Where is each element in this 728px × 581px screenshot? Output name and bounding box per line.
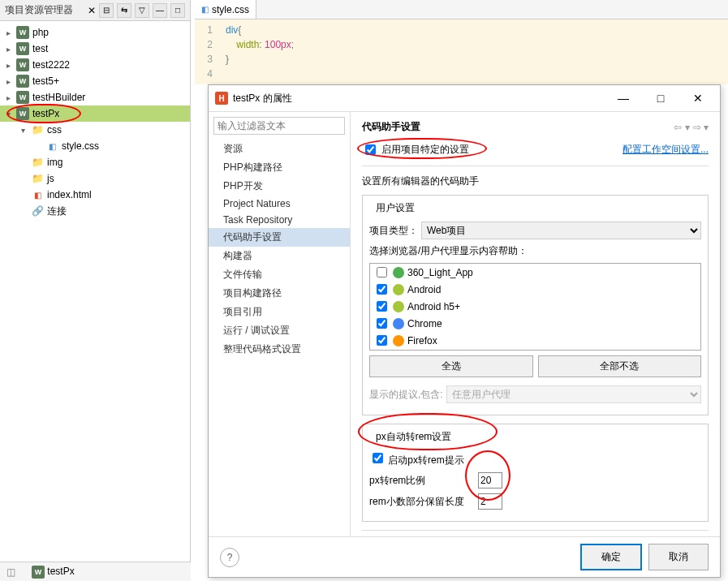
sidebar-item-codeassist[interactable]: 代码助手设置 — [209, 228, 350, 247]
config-workspace-link[interactable]: 配置工作空间设置... — [622, 143, 709, 157]
tree-item-indexhtml[interactable]: ◧index.html — [0, 187, 190, 203]
link-editor-icon[interactable]: ⇆ — [117, 3, 131, 18]
sidebar-item-phpbuild[interactable]: PHP构建路径 — [209, 158, 350, 177]
dialog-sidebar: 资源 PHP构建路径 PHP开发 Project Natures Task Re… — [209, 112, 351, 536]
browser-item[interactable]: Internet Explorer — [370, 349, 700, 351]
status-square-icon[interactable]: ◫ — [6, 566, 15, 578]
tree-item-testhbuilder[interactable]: ▸WtestHBuilder — [0, 89, 190, 105]
dialog-footer: ? 确定 取消 — [209, 536, 720, 577]
editor-tabs: ◧ style.css — [195, 0, 728, 19]
project-type-select[interactable]: Web项目 — [421, 222, 701, 239]
cancel-button[interactable]: 取消 — [648, 544, 709, 570]
sidebar-item-builder[interactable]: 构建器 — [209, 247, 350, 265]
browser-item[interactable]: Chrome — [370, 315, 700, 332]
set-all-editors-label: 设置所有编辑器的代码助手 — [362, 174, 709, 188]
tree-item-test2222[interactable]: ▸Wtest2222 — [0, 57, 190, 73]
ok-button[interactable]: 确定 — [580, 544, 642, 570]
dialog-titlebar[interactable]: H testPx 的属性 — □ ✕ — [209, 85, 720, 111]
tree-item-test[interactable]: ▸Wtest — [0, 41, 190, 57]
select-all-button[interactable]: 全选 — [369, 355, 533, 377]
tab-close-icon[interactable]: ✕ — [84, 5, 99, 16]
sidebar-item-natures[interactable]: Project Natures — [209, 196, 350, 212]
nav-forward-icon[interactable]: ⇨ ▾ — [693, 122, 709, 133]
status-bar: ◫ W testPx — [0, 562, 191, 581]
sidebar-item-rundebug[interactable]: 运行 / 调试设置 — [209, 321, 350, 340]
enable-project-checkbox[interactable]: 启用项目特定的设置 — [362, 142, 622, 157]
dialog-title: testPx 的属性 — [233, 92, 605, 105]
nav-back-icon[interactable]: ⇦ ▾ — [674, 122, 689, 133]
tree-item-img[interactable]: 📁img — [0, 154, 190, 170]
select-none-button[interactable]: 全部不选 — [538, 355, 702, 377]
tree-item-stylecss[interactable]: ◧style.css — [0, 138, 190, 154]
browser-item[interactable]: Android — [370, 281, 700, 298]
dialog-main: 代码助手设置 ⇦ ▾ ⇨ ▾ 启用项目特定的设置 配置工作空间设置... 设置所… — [351, 112, 720, 536]
user-settings-group: 用户设置 项目类型： Web项目 选择浏览器/用户代理显示内容帮助： 360_L… — [362, 195, 709, 415]
browser-item[interactable]: Firefox — [370, 332, 700, 349]
sidebar-item-phpdev[interactable]: PHP开发 — [209, 177, 350, 196]
tree-item-test5[interactable]: ▸Wtest5+ — [0, 73, 190, 89]
tree-item-link[interactable]: 🔗连接 — [0, 203, 190, 219]
browser-help-label: 选择浏览器/用户代理显示内容帮助： — [369, 244, 528, 258]
project-tree: ▸Wphp ▸Wtest ▸Wtest2222 ▸Wtest5+ ▸WtestH… — [0, 21, 190, 222]
css-file-icon: ◧ — [201, 5, 209, 14]
sidebar-list: 资源 PHP构建路径 PHP开发 Project Natures Task Re… — [209, 140, 350, 536]
project-explorer: 项目资源管理器 ✕ ⊟ ⇆ ▽ — □ ▸Wphp ▸Wtest ▸Wtest2… — [0, 0, 191, 581]
app-icon: H — [215, 92, 228, 105]
sidebar-item-filetransfer[interactable]: 文件传输 — [209, 265, 350, 284]
help-icon[interactable]: ? — [220, 548, 239, 567]
explorer-toolbar: ⊟ ⇆ ▽ — □ — [99, 3, 185, 18]
view-menu-icon[interactable]: ▽ — [135, 3, 149, 18]
rem-section-title: px自动转rem设置 — [373, 430, 454, 444]
editor-tab-stylecss[interactable]: ◧ style.css — [195, 0, 256, 19]
main-title: 代码助手设置 — [362, 120, 674, 134]
explorer-title: 项目资源管理器 — [5, 3, 84, 17]
tree-item-testpx[interactable]: ▾WtestPx — [0, 105, 190, 122]
nav-arrows: ⇦ ▾ ⇨ ▾ — [674, 122, 709, 133]
sidebar-item-projbuild[interactable]: 项目构建路径 — [209, 284, 350, 303]
properties-dialog: H testPx 的属性 — □ ✕ 资源 PHP构建路径 PHP开发 Proj… — [208, 84, 721, 578]
browser-item[interactable]: Android h5+ — [370, 298, 700, 315]
rem-settings-group: px自动转rem设置 启动px转rem提示 px转rem比例 rem小数部分保留… — [362, 424, 709, 522]
rem-decimal-input[interactable] — [478, 493, 502, 510]
minimize-button[interactable]: — — [605, 86, 642, 110]
sidebar-item-projref[interactable]: 项目引用 — [209, 303, 350, 321]
rem-ratio-label: px转rem比例 — [369, 474, 475, 488]
tree-item-js[interactable]: 📁js — [0, 170, 190, 187]
status-item: W testPx — [32, 566, 75, 579]
minimize-icon[interactable]: — — [153, 3, 167, 18]
tree-item-php[interactable]: ▸Wphp — [0, 24, 190, 41]
browser-item[interactable]: 360_Light_App — [370, 264, 700, 281]
maximize-icon[interactable]: □ — [170, 3, 185, 18]
sidebar-item-codeformat[interactable]: 整理代码格式设置 — [209, 340, 350, 359]
suggestions-select: 任意用户代理 — [446, 385, 701, 403]
collapse-all-icon[interactable]: ⊟ — [99, 3, 114, 18]
browser-list[interactable]: 360_Light_App Android Android h5+ Chrome… — [369, 263, 701, 351]
maximize-button[interactable]: □ — [642, 86, 679, 110]
project-type-label: 项目类型： — [369, 224, 418, 238]
code-editor[interactable]: 1div{ 2 width: 100px; 3} 4 — [195, 19, 728, 84]
user-settings-title: 用户设置 — [373, 201, 418, 215]
explorer-header: 项目资源管理器 ✕ ⊟ ⇆ ▽ — □ — [0, 0, 190, 21]
rem-ratio-input[interactable] — [478, 472, 502, 488]
filter-input[interactable] — [213, 117, 345, 135]
editor-area: ◧ style.css 1div{ 2 width: 100px; 3} 4 — [195, 0, 728, 84]
rem-decimal-label: rem小数部分保留长度 — [369, 495, 475, 509]
sidebar-item-resource[interactable]: 资源 — [209, 140, 350, 158]
tree-item-css[interactable]: ▾📁css — [0, 122, 190, 138]
suggestions-label: 显示的提议,包含: — [369, 388, 443, 402]
sidebar-item-taskrepo[interactable]: Task Repository — [209, 212, 350, 228]
enable-rem-checkbox[interactable]: 启动px转rem提示 — [369, 450, 464, 467]
close-button[interactable]: ✕ — [679, 86, 717, 110]
